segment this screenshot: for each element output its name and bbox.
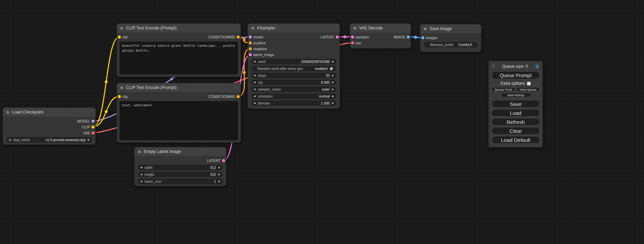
node-clip-text-encode-negative[interactable]: CLIP Text Encode (Prompt) clip CONDITION…	[117, 83, 241, 143]
sampler-name-widget[interactable]: ◀ sampler_name euler ▶	[251, 87, 336, 92]
node-clip-text-encode-positive[interactable]: CLIP Text Encode (Prompt) clip CONDITION…	[117, 24, 241, 77]
refresh-button[interactable]: Refresh	[492, 118, 540, 126]
increment-arrow-icon[interactable]: ▶	[332, 93, 334, 99]
vae-output-port[interactable]	[91, 131, 95, 134]
extra-options-checkbox[interactable]	[527, 82, 531, 85]
widget-label: height	[144, 173, 154, 177]
node-title-bar[interactable]: Save Image	[420, 24, 481, 33]
node-title-bar[interactable]: VAE Decode	[350, 24, 411, 33]
clear-button[interactable]: Clear	[492, 127, 540, 135]
conditioning-output-port[interactable]	[237, 95, 240, 98]
link-midpoint-dot[interactable]	[105, 110, 107, 113]
node-empty-latent-image[interactable]: Empty Latent Image LATENT ◀ width 512 ▶ …	[134, 147, 226, 186]
widget-value: 512	[210, 166, 216, 170]
increment-arrow-icon[interactable]: ▶	[332, 73, 334, 78]
decrement-arrow-icon[interactable]: ◀	[254, 80, 255, 85]
collapse-dot[interactable]	[138, 150, 141, 153]
prompt-textarea[interactable]: beautiful scenery nature glass bottle la…	[120, 42, 238, 74]
node-load-checkpoint[interactable]: Load Checkpoint MODEL CLIP VAE ◀ ckpt_na…	[3, 108, 96, 145]
clip-input-port[interactable]	[118, 35, 121, 38]
images-input-port[interactable]	[421, 36, 424, 39]
node-title: KSampler	[257, 26, 275, 30]
decrement-arrow-icon[interactable]: ◀	[254, 100, 255, 106]
increment-arrow-icon[interactable]: ▶	[219, 172, 220, 177]
decrement-arrow-icon[interactable]: ◀	[254, 59, 255, 64]
widget-value: normal	[319, 94, 330, 98]
clip-input-port[interactable]	[118, 95, 121, 98]
node-title-bar[interactable]: Empty Latent Image	[134, 147, 226, 156]
steps-widget[interactable]: ◀ steps 20 ▶	[251, 73, 336, 78]
batch-size-widget[interactable]: ◀ batch_size 1 ▶	[138, 179, 223, 184]
node-title-bar[interactable]: CLIP Text Encode (Prompt)	[117, 83, 241, 92]
collapse-dot[interactable]	[120, 86, 123, 89]
prompt-textarea[interactable]: text, watermark	[120, 101, 238, 140]
node-ksampler[interactable]: KSampler model LATENT positive negative …	[248, 24, 340, 109]
link-midpoint-dot[interactable]	[170, 78, 173, 80]
model-output-port[interactable]	[91, 119, 95, 123]
node-title-bar[interactable]: CLIP Text Encode (Prompt)	[117, 24, 241, 33]
input-label-model: model	[253, 35, 263, 39]
increment-arrow-icon[interactable]: ▶	[332, 87, 334, 92]
increment-arrow-icon[interactable]: ▶	[88, 137, 90, 143]
link-midpoint-dot[interactable]	[343, 35, 346, 38]
height-widget[interactable]: ◀ height 512 ▶	[138, 172, 223, 177]
image-output-port[interactable]	[407, 35, 410, 38]
decrement-arrow-icon[interactable]: ◀	[140, 165, 142, 170]
node-title: CLIP Text Encode (Prompt)	[126, 85, 177, 90]
increment-arrow-icon[interactable]: ▶	[219, 165, 220, 170]
decrement-arrow-icon[interactable]: ◀	[254, 93, 255, 99]
clip-output-port[interactable]	[91, 125, 95, 128]
decrement-arrow-icon[interactable]: ◀	[254, 73, 255, 78]
random-seed-toggle-widget[interactable]: Random seed after every gen enabled	[251, 66, 336, 71]
vae-input-port[interactable]	[351, 41, 354, 44]
cfg-widget[interactable]: ◀ cfg 8.000 ▶	[251, 80, 336, 85]
queue-prompt-button[interactable]: Queue Prompt	[492, 71, 540, 79]
width-widget[interactable]: ◀ width 512 ▶	[138, 165, 223, 170]
decrement-arrow-icon[interactable]: ◀	[9, 137, 10, 143]
link-midpoint-dot[interactable]	[243, 38, 246, 41]
settings-gear-icon[interactable]: ⚙	[535, 64, 539, 69]
scheduler-widget[interactable]: ◀ scheduler normal ▶	[251, 93, 336, 99]
view-history-button[interactable]: View History	[501, 93, 531, 97]
denoise-widget[interactable]: ◀ denoise 1.000 ▶	[251, 100, 336, 106]
conditioning-output-port[interactable]	[237, 35, 240, 38]
collapse-dot[interactable]	[353, 27, 356, 30]
collapse-dot[interactable]	[120, 27, 123, 30]
decrement-arrow-icon[interactable]: ◀	[140, 179, 142, 184]
increment-arrow-icon[interactable]: ▶	[332, 100, 334, 106]
node-vae-decode[interactable]: VAE Decode samples IMAGE vae	[350, 24, 411, 48]
link-midpoint-dot[interactable]	[414, 36, 417, 38]
latent-output-port[interactable]	[336, 35, 339, 38]
increment-arrow-icon[interactable]: ▶	[219, 179, 220, 184]
samples-input-port[interactable]	[351, 35, 354, 38]
decrement-arrow-icon[interactable]: ◀	[254, 87, 255, 92]
latent-image-input-port[interactable]	[249, 53, 252, 56]
negative-input-port[interactable]	[249, 47, 252, 50]
increment-arrow-icon[interactable]: ▶	[332, 59, 334, 64]
link-midpoint-dot[interactable]	[243, 71, 246, 74]
collapse-dot[interactable]	[6, 111, 9, 114]
drag-handle-icon[interactable]: ⠿	[492, 64, 495, 69]
widget-label: batch_size	[144, 180, 161, 183]
seed-widget[interactable]: ◀ seed 156680208700286 ▶	[251, 59, 336, 64]
positive-input-port[interactable]	[249, 41, 252, 44]
link-midpoint-dot[interactable]	[105, 80, 107, 83]
view-queue-button[interactable]: View Queue	[517, 87, 540, 92]
save-button[interactable]: Save	[492, 100, 540, 108]
ckpt-name-widget[interactable]: ◀ ckpt_name v1-5-pruned-emaonly.ckpt ▶	[6, 137, 92, 143]
node-canvas[interactable]: Load Checkpoint MODEL CLIP VAE ◀ ckpt_na…	[0, 0, 644, 244]
collapse-dot[interactable]	[424, 27, 427, 30]
increment-arrow-icon[interactable]: ▶	[332, 80, 334, 85]
latent-output-port[interactable]	[222, 159, 225, 162]
collapse-dot[interactable]	[251, 27, 254, 30]
model-input-port[interactable]	[249, 35, 252, 38]
load-default-button[interactable]: Load Default	[492, 136, 540, 144]
filename-prefix-widget[interactable]: filename_prefix ComfyUI	[424, 42, 478, 47]
queue-front-button[interactable]: Queue Front	[492, 87, 515, 92]
toggle-indicator-icon[interactable]	[330, 67, 333, 70]
load-button[interactable]: Load	[492, 109, 540, 117]
node-title-bar[interactable]: Load Checkpoint	[3, 108, 96, 117]
decrement-arrow-icon[interactable]: ◀	[140, 172, 142, 177]
node-save-image[interactable]: Save Image images filename_prefix ComfyU…	[420, 24, 481, 52]
node-title-bar[interactable]: KSampler	[248, 24, 340, 33]
